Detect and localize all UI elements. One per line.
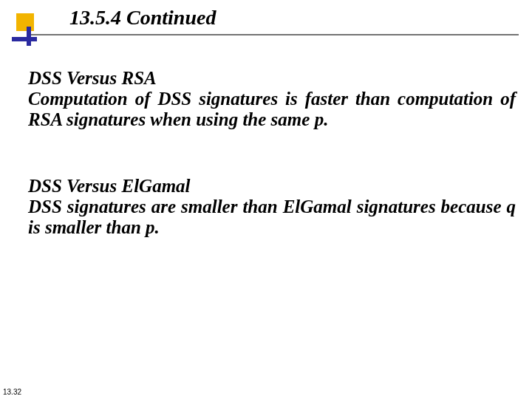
page-number: 13.32 — [3, 388, 21, 396]
decoration-square-icon — [16, 13, 34, 31]
decoration-hbar-icon — [12, 37, 37, 41]
section-gap — [28, 130, 516, 176]
slide-title: 13.5.4 Continued — [69, 6, 216, 30]
slide-decoration — [12, 13, 37, 46]
title-underline — [31, 34, 519, 35]
section1-body: Computation of DSS signatures is faster … — [28, 89, 516, 130]
section2-body: DSS signatures are smaller than ElGamal … — [28, 197, 516, 238]
slide: 13.5.4 Continued DSS Versus RSA Computat… — [0, 0, 532, 399]
slide-body: DSS Versus RSA Computation of DSS signat… — [28, 68, 516, 238]
section2-heading: DSS Versus ElGamal — [28, 176, 516, 197]
section1-heading: DSS Versus RSA — [28, 68, 516, 89]
decoration-vbar-icon — [27, 27, 31, 46]
